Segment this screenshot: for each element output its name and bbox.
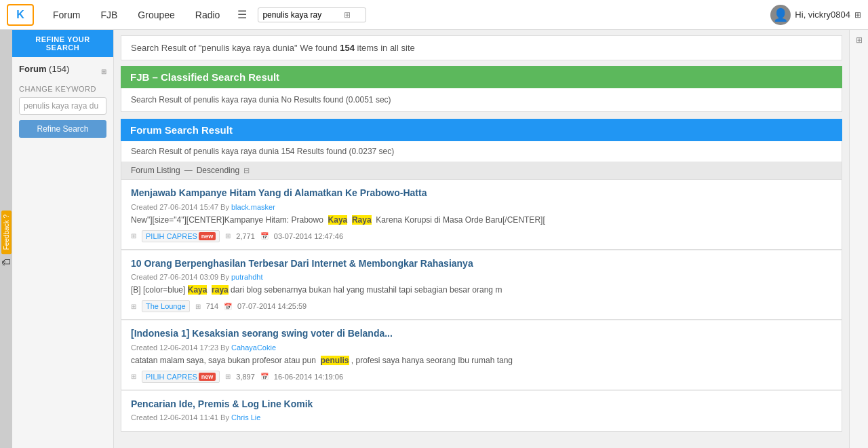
forum-item-title[interactable]: Pencarian Ide, Premis & Log Line Komik	[131, 398, 832, 411]
forum-tag: The Lounge	[142, 300, 190, 312]
last-post-date: 07-07-2014 14:25:59	[237, 302, 307, 310]
nav-radio[interactable]: Radio	[189, 10, 227, 20]
replies-icon: ⊞	[225, 373, 231, 380]
user-greeting: Hi, vickry0804	[795, 10, 850, 20]
keyword-input[interactable]	[19, 97, 106, 115]
right-panel-icon[interactable]: ⊞	[856, 35, 863, 45]
feedback-icon[interactable]: 🏷	[1, 257, 11, 267]
forum-section-header: Forum Search Result	[121, 119, 842, 141]
forum-item-footer: ⊞ The Lounge ⊞ 714 📅 07-07-2014 14:25:59	[131, 300, 832, 312]
forum-result-meta: Search Result of penulis kaya raya dunia…	[121, 141, 842, 162]
reply-count: 714	[206, 302, 218, 310]
tag-icon: ⊞	[131, 232, 136, 240]
forum-item-title[interactable]: 10 Orang Berpenghasilan Terbesar Dari In…	[131, 257, 832, 271]
fjb-section-body: Search Result of penulis kaya raya dunia…	[121, 88, 842, 112]
fjb-section-header: FJB – Classified Search Result	[121, 66, 842, 88]
forum-item: Menjawab Kampanye Hitam Yang di Alamatka…	[121, 180, 842, 250]
search-result-bar: Search Result of "penulis kaya raya duni…	[121, 35, 842, 60]
avatar: 👤	[770, 5, 791, 25]
user-settings-icon[interactable]: ⊞	[854, 10, 861, 20]
reply-count: 2,771	[236, 232, 255, 240]
change-keyword-label: CHANGE KEYWORD	[19, 85, 106, 93]
logo[interactable]: K	[7, 4, 34, 26]
search-input[interactable]	[262, 10, 344, 20]
replies-icon: ⊞	[195, 303, 201, 310]
last-post-date: 16-06-2014 14:19:06	[274, 373, 343, 381]
highlight-raya: raya	[212, 285, 229, 295]
new-badge: new	[199, 232, 216, 240]
feedback-bar: Feedback ? 🏷	[0, 30, 12, 448]
sidebar-forum-label: Forum (154)	[19, 64, 69, 74]
lastpost-icon: 📅	[260, 232, 269, 240]
highlight-penulis: penulis	[321, 356, 349, 365]
user-menu[interactable]: 👤 Hi, vickry0804 ⊞	[770, 5, 861, 25]
search-bar: ⊞	[258, 7, 366, 22]
forum-item-meta: Created 27-06-2014 15:47 By black.masker	[131, 203, 832, 211]
forum-tag-link[interactable]: The Lounge	[146, 302, 186, 310]
forum-item-meta: Created 27-06-2014 03:09 By putrahdht	[131, 273, 832, 281]
nav-fjb[interactable]: FJB	[94, 10, 124, 20]
hamburger-icon[interactable]: ☰	[233, 8, 251, 21]
refine-header: REFINE YOUR SEARCH	[12, 30, 113, 57]
right-panel: ⊞	[849, 30, 868, 448]
lastpost-icon: 📅	[224, 303, 232, 310]
top-navigation: K Forum FJB Groupee Radio ☰ ⊞ 👤 Hi, vick…	[0, 0, 868, 30]
forum-listing-bar: Forum Listing — Descending ⊟	[121, 162, 842, 180]
tag-icon: ⊞	[131, 303, 136, 310]
feedback-label[interactable]: Feedback ?	[1, 210, 12, 254]
forum-item-author[interactable]: Chris Lie	[231, 413, 260, 422]
highlight-kaya: Kaya	[188, 285, 208, 295]
sidebar-forum-icon[interactable]: ⊞	[101, 68, 106, 75]
replies-icon: ⊞	[225, 232, 231, 240]
forum-item: 10 Orang Berpenghasilan Terbesar Dari In…	[121, 250, 842, 320]
tag-icon: ⊞	[131, 373, 136, 380]
forum-item-footer: ⊞ PILIH CAPRES new ⊞ 2,771 📅 03-07-2014 …	[131, 230, 832, 242]
forum-listing-order: Descending	[197, 166, 239, 175]
forum-tag: PILIH CAPRES new	[142, 230, 220, 242]
listing-sort-icon[interactable]: ⊟	[243, 166, 250, 175]
forum-item: Pencarian Ide, Premis & Log Line Komik C…	[121, 390, 842, 432]
new-badge: new	[199, 373, 216, 381]
forum-tag-link[interactable]: PILIH CAPRES	[146, 232, 197, 240]
lastpost-icon: 📅	[260, 373, 269, 380]
last-post-date: 03-07-2014 12:47:46	[274, 232, 343, 240]
nav-groupee[interactable]: Groupee	[131, 10, 181, 20]
forum-tag: PILIH CAPRES new	[142, 371, 220, 383]
search-icon[interactable]: ⊞	[344, 10, 351, 20]
forum-item-footer: ⊞ PILIH CAPRES new ⊞ 3,897 📅 16-06-2014 …	[131, 371, 832, 383]
forum-item-author[interactable]: putrahdht	[231, 273, 262, 281]
forum-item-excerpt: New"][size="4"][CENTER]Kampanye Hitam: P…	[131, 214, 832, 226]
forum-item-title[interactable]: [Indonesia 1] Kesaksian seorang swing vo…	[131, 327, 832, 341]
forum-tag-link[interactable]: PILIH CAPRES	[146, 373, 197, 381]
forum-item-author[interactable]: CahayaCokie	[231, 343, 276, 352]
content-area: Search Result of "penulis kaya raya duni…	[114, 30, 849, 448]
forum-item: [Indonesia 1] Kesaksian seorang swing vo…	[121, 320, 842, 390]
main-layout: Feedback ? 🏷 REFINE YOUR SEARCH Forum (1…	[0, 30, 868, 448]
refine-search-button[interactable]: Refine Search	[19, 120, 106, 138]
forum-item-author[interactable]: black.masker	[231, 203, 275, 211]
forum-item-excerpt: [B] [color=blue] Kaya raya dari blog seb…	[131, 284, 832, 296]
highlight-kaya: Kaya	[328, 215, 348, 225]
reply-count: 3,897	[236, 373, 255, 381]
forum-item-meta: Created 12-06-2014 17:23 By CahayaCokie	[131, 343, 832, 352]
highlight-raya: Raya	[352, 215, 372, 225]
forum-item-meta: Created 12-06-2014 11:41 By Chris Lie	[131, 413, 832, 422]
forum-item-title[interactable]: Menjawab Kampanye Hitam Yang di Alamatka…	[131, 187, 832, 200]
forum-item-excerpt: catatan malam saya, saya bukan profesor …	[131, 354, 832, 367]
sidebar: REFINE YOUR SEARCH Forum (154) ⊞ CHANGE …	[12, 30, 114, 448]
nav-forum[interactable]: Forum	[46, 10, 87, 20]
forum-listing-label: Forum Listing	[131, 166, 180, 175]
